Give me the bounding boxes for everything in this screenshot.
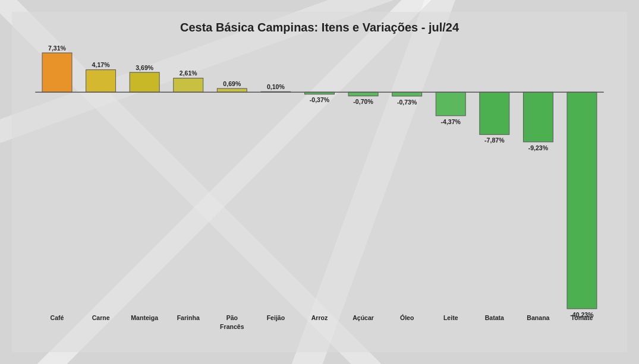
svg-rect-3	[86, 69, 116, 92]
svg-text:Pão: Pão	[226, 314, 238, 321]
svg-text:7,31%: 7,31%	[48, 44, 66, 52]
svg-text:2,61%: 2,61%	[180, 69, 197, 77]
svg-text:Feijão: Feijão	[267, 314, 285, 321]
svg-text:0,10%: 0,10%	[267, 83, 285, 91]
svg-text:Arroz: Arroz	[311, 314, 328, 321]
svg-text:-4,37%: -4,37%	[441, 118, 461, 125]
svg-text:Manteiga: Manteiga	[131, 314, 159, 321]
svg-text:-7,87%: -7,87%	[484, 137, 505, 144]
svg-text:-0,73%: -0,73%	[397, 98, 417, 106]
svg-rect-12	[217, 88, 247, 92]
chart-title: Cesta Básica Campinas: Itens e Variações…	[180, 18, 459, 34]
svg-text:Francês: Francês	[220, 322, 244, 330]
chart-svg-area: 7,31%Café4,17%Carne3,69%Manteiga2,61%Far…	[24, 40, 615, 346]
svg-text:Açúcar: Açúcar	[352, 314, 374, 321]
svg-rect-37	[567, 92, 597, 309]
svg-rect-9	[174, 78, 203, 93]
svg-text:Banana: Banana	[527, 314, 550, 321]
svg-text:-0,37%: -0,37%	[310, 96, 330, 104]
svg-text:Batata: Batata	[485, 314, 505, 321]
chart-container: Cesta Básica Campinas: Itens e Variações…	[12, 12, 627, 352]
svg-rect-34	[523, 92, 553, 142]
chart-svg: 7,31%Café4,17%Carne3,69%Manteiga2,61%Far…	[24, 40, 615, 346]
svg-text:0,69%: 0,69%	[223, 80, 241, 87]
svg-rect-25	[392, 92, 422, 96]
svg-text:-0,70%: -0,70%	[353, 98, 373, 106]
svg-rect-0	[42, 53, 72, 92]
svg-rect-6	[130, 72, 159, 92]
svg-text:Carne: Carne	[92, 314, 110, 321]
svg-rect-22	[348, 92, 378, 96]
svg-text:Tomate: Tomate	[571, 314, 593, 321]
svg-text:4,17%: 4,17%	[92, 61, 110, 69]
svg-text:Óleo: Óleo	[400, 314, 414, 321]
svg-text:Café: Café	[51, 314, 64, 321]
svg-text:3,69%: 3,69%	[136, 64, 153, 71]
svg-rect-31	[480, 92, 509, 134]
svg-text:Leite: Leite	[443, 314, 458, 321]
svg-text:-9,23%: -9,23%	[528, 144, 549, 151]
svg-rect-28	[436, 92, 465, 116]
svg-text:Farinha: Farinha	[177, 314, 200, 321]
